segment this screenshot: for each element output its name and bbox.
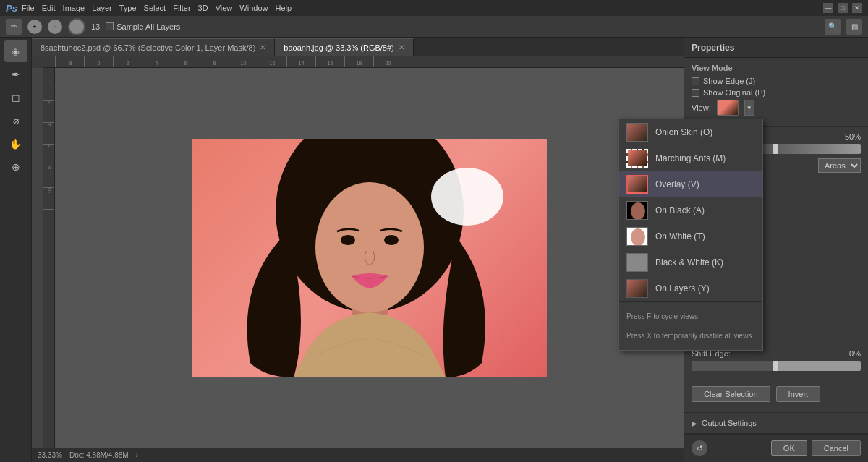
sample-all-layers-check[interactable] [106, 22, 114, 30]
cancel-button[interactable]: Cancel [812, 440, 861, 456]
show-original-checkbox[interactable]: Show Original (P) [692, 88, 861, 97]
dropdown-marching-ants[interactable]: Marching Ants (M) [619, 145, 762, 171]
show-original-check[interactable] [692, 89, 699, 97]
maximize-button[interactable]: □ [838, 3, 848, 13]
scroll-arrow[interactable]: › [136, 451, 138, 459]
minimize-button[interactable]: — [823, 3, 833, 13]
tool-brush[interactable]: ✒ [4, 64, 27, 85]
subtract-circle-icon[interactable]: − [48, 20, 62, 34]
undo-button[interactable]: ↺ [692, 440, 707, 456]
svg-point-5 [384, 235, 399, 245]
menu-help[interactable]: Help [275, 4, 292, 12]
close-button[interactable]: ✕ [852, 3, 862, 13]
tab-baoanh[interactable]: baoanh.jpg @ 33.3% (RGB/8#) ✕ [275, 38, 413, 56]
menu-edit[interactable]: Edit [42, 4, 56, 12]
shift-edge-slider[interactable] [692, 361, 861, 371]
ruler-tick: 8 [200, 56, 229, 67]
view-dropdown-arrow[interactable]: ▼ [744, 100, 754, 116]
ok-button[interactable]: OK [771, 440, 807, 456]
show-edge-label: Show Edge (J) [703, 77, 755, 85]
show-edge-check[interactable] [692, 77, 699, 85]
overlay-thumb [626, 175, 648, 194]
add-circle-icon[interactable]: + [27, 20, 42, 34]
svg-point-7 [631, 202, 645, 220]
dropdown-on-layers[interactable]: On Layers (Y) [619, 275, 762, 301]
dropdown-on-white[interactable]: On White (T) [619, 223, 762, 249]
tool-hand[interactable]: ✋ [4, 133, 27, 155]
view-dropdown-menu: Onion Skin (O) Marching Ants (M) Overlay… [618, 119, 763, 351]
window-controls[interactable]: — □ ✕ [823, 3, 862, 13]
tool-lasso[interactable]: ⌀ [4, 110, 27, 132]
output-settings-arrow: ▶ [692, 419, 697, 427]
dropdown-overlay[interactable]: Overlay (V) [619, 171, 762, 197]
doc-info: Doc: 4.88M/4.88M [69, 451, 129, 459]
invert-button[interactable]: Invert [776, 386, 821, 402]
tab-baoanh-close[interactable]: ✕ [399, 43, 404, 51]
svg-point-3 [431, 168, 503, 226]
selection-buttons-section: Clear Selection Invert [684, 380, 868, 413]
canvas-image-area[interactable] [55, 68, 684, 448]
shift-edge-slider-thumb[interactable] [773, 361, 778, 371]
sample-all-layers-label: Sample All Layers [116, 22, 180, 31]
clear-selection-button[interactable]: Clear Selection [692, 386, 770, 402]
properties-label: Properties [692, 43, 734, 53]
dropdown-on-black[interactable]: On Black (A) [619, 197, 762, 223]
tab-bsachtuhoc[interactable]: 8sachtuhoc2.psd @ 66.7% (Selective Color… [32, 38, 275, 56]
photo-canvas[interactable] [192, 139, 547, 377]
ruler-corner [32, 56, 43, 68]
ruler-tick: 20 [373, 56, 402, 67]
view-mode-section: View Mode Show Edge (J) Show Original (P… [684, 58, 868, 127]
shift-edge-value: 0% [849, 349, 861, 358]
ruler-tick: 4 [142, 56, 171, 67]
titlebar-left: Ps File Edit Image Layer Type Select Fil… [6, 3, 292, 14]
ruler-tick: 14 [286, 56, 315, 67]
show-edge-checkbox[interactable]: Show Edge (J) [692, 77, 861, 85]
on-layers-thumb [626, 279, 648, 298]
zoom-level: 33.33% [38, 451, 62, 459]
areas-dropdown[interactable]: Areas [818, 158, 861, 173]
output-settings-label: Output Settings [702, 419, 757, 427]
ruler-tick: 18 [344, 56, 373, 67]
menu-view[interactable]: View [216, 4, 233, 12]
tab-bsachtuhoc-close[interactable]: ✕ [260, 43, 265, 51]
ruler-tick: 0 [84, 56, 113, 67]
menu-3d[interactable]: 3D [198, 4, 208, 12]
dropdown-black-white[interactable]: Black & White (K) [619, 249, 762, 275]
menu-select[interactable]: Select [144, 4, 166, 12]
menu-layer[interactable]: Layer [92, 4, 112, 12]
preview-slider-thumb[interactable] [773, 144, 778, 154]
svg-point-2 [315, 182, 424, 312]
on-white-label: On White (T) [655, 231, 705, 241]
view-thumbnail[interactable] [717, 100, 739, 116]
ruler-v-tick: 6 [43, 145, 54, 166]
ruler-v-tick: 10 [43, 188, 54, 210]
brush-size-indicator [68, 18, 85, 35]
brush-tool-icon[interactable]: ✏ [6, 19, 22, 35]
ruler-tick: 6 [171, 56, 200, 67]
tool-zoom[interactable]: ⊕ [4, 156, 27, 178]
sample-all-layers-checkbox[interactable]: Sample All Layers [106, 22, 180, 31]
panel-icon[interactable]: ▤ [846, 19, 862, 35]
menu-filter[interactable]: Filter [173, 4, 190, 12]
left-toolbar: ◈ ✒ ◻ ⌀ ✋ ⊕ [0, 38, 32, 462]
tool-eraser[interactable]: ◻ [4, 87, 27, 108]
menu-type[interactable]: Type [119, 4, 137, 12]
bottom-panel: Shift Edge: 0% Clear Selection Invert ▶ … [684, 343, 868, 462]
tool-selection[interactable]: ◈ [4, 40, 27, 62]
search-icon[interactable]: 🔍 [825, 19, 841, 35]
ruler-v-tick: 4 [43, 123, 54, 145]
app-logo: Ps [6, 3, 17, 14]
output-settings-header[interactable]: ▶ Output Settings [684, 413, 868, 434]
menu-window[interactable]: Window [239, 4, 268, 12]
view-row: View: ▼ [692, 100, 861, 116]
marching-ants-label: Marching Ants (M) [655, 153, 726, 163]
menu-bar[interactable]: File Edit Image Layer Type Select Filter… [22, 4, 292, 12]
ruler-horizontal: -8 0 2 4 6 8 10 12 14 16 18 20 [43, 56, 684, 68]
bottom-buttons: ↺ OK Cancel [684, 434, 868, 462]
on-black-thumb [626, 201, 648, 220]
menu-file[interactable]: File [22, 4, 35, 12]
menu-image[interactable]: Image [63, 4, 85, 12]
options-bar: ✏ + − 13 Sample All Layers 🔍 ▤ [0, 16, 868, 38]
black-white-thumb [626, 253, 648, 272]
dropdown-onion-skin[interactable]: Onion Skin (O) [619, 119, 762, 145]
